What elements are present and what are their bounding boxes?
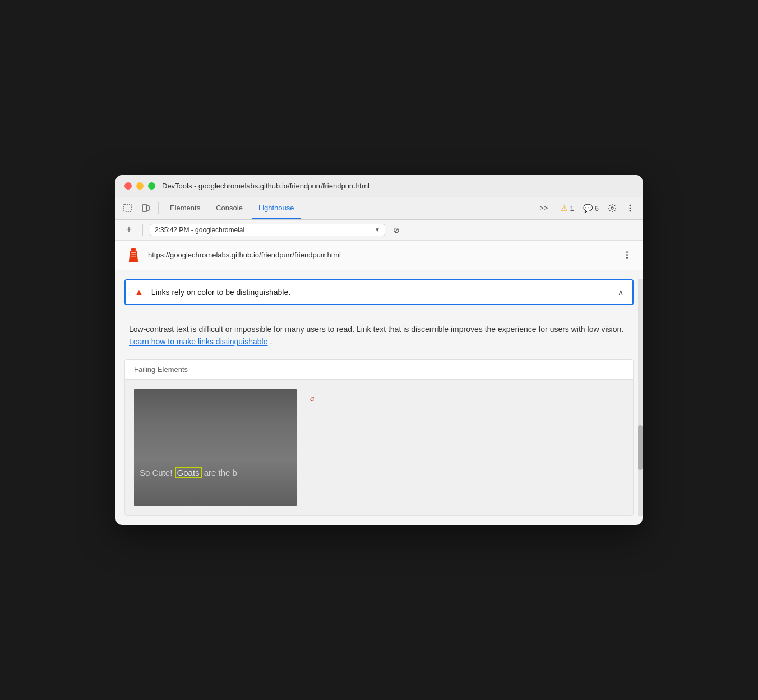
svg-rect-1 xyxy=(142,205,147,211)
svg-point-4 xyxy=(630,208,631,209)
audit-warning-icon: ▲ xyxy=(135,287,144,297)
url-input[interactable]: 2:35:42 PM - googlechromelal ▼ xyxy=(150,224,385,236)
more-options-button[interactable] xyxy=(620,248,634,262)
svg-point-5 xyxy=(630,210,631,212)
cancel-url-button[interactable]: ⊘ xyxy=(390,223,403,237)
title-bar: DevTools - googlechromelabs.github.io/fr… xyxy=(115,175,643,197)
learn-more-link[interactable]: Learn how to make links distinguishable xyxy=(129,337,267,346)
toolbar-right: >> ⚠ 1 💬 6 xyxy=(533,197,638,219)
lighthouse-logo-icon xyxy=(124,246,142,264)
svg-rect-11 xyxy=(129,261,138,262)
svg-rect-0 xyxy=(124,204,131,211)
warning-icon: ⚠ xyxy=(561,204,568,213)
url-bar-row: + 2:35:42 PM - googlechromelal ▼ ⊘ xyxy=(115,220,643,241)
comment-icon: 💬 xyxy=(583,204,593,213)
window-title: DevTools - googlechromelabs.github.io/fr… xyxy=(162,182,369,190)
audit-header[interactable]: ▲ Links rely on color to be distinguisha… xyxy=(126,280,632,304)
lighthouse-url-row: https://googlechromelabs.github.io/frien… xyxy=(115,241,643,270)
audit-title: Links rely on color to be distinguishabl… xyxy=(151,288,610,297)
warning-badge[interactable]: ⚠ 1 xyxy=(557,201,577,215)
add-tab-button[interactable]: + xyxy=(122,223,136,237)
screenshot-overlay-text: So Cute! Goats are the b xyxy=(140,467,237,478)
element-tag: a xyxy=(310,394,315,403)
screenshot-bg xyxy=(134,389,297,506)
scrollbar[interactable] xyxy=(638,279,643,517)
main-content: ▲ Links rely on color to be distinguisha… xyxy=(115,279,643,517)
minimize-button[interactable] xyxy=(136,182,144,190)
cursor-icon[interactable] xyxy=(120,200,136,216)
tab-console[interactable]: Console xyxy=(209,197,249,219)
svg-rect-6 xyxy=(131,248,136,251)
url-timestamp: 2:35:42 PM - googlechromelal xyxy=(155,226,371,234)
tab-lighthouse[interactable]: Lighthouse xyxy=(252,197,301,219)
url-divider xyxy=(142,224,143,236)
traffic-lights xyxy=(124,182,155,190)
screenshot-preview: So Cute! Goats are the b xyxy=(134,389,297,506)
failing-elements-body: So Cute! Goats are the b a xyxy=(125,380,633,515)
lighthouse-url: https://googlechromelabs.github.io/frien… xyxy=(148,251,614,259)
highlighted-element: Goats xyxy=(175,467,202,478)
chevron-up-icon: ∧ xyxy=(618,288,623,297)
devtools-toolbar: Elements Console Lighthouse >> ⚠ 1 💬 6 xyxy=(115,197,643,220)
kebab-menu-icon[interactable] xyxy=(622,200,638,216)
device-icon[interactable] xyxy=(138,200,154,216)
period: . xyxy=(270,337,272,346)
devtools-window: DevTools - googlechromelabs.github.io/fr… xyxy=(115,175,643,526)
comment-badge[interactable]: 💬 6 xyxy=(580,201,602,215)
dropdown-arrow-icon: ▼ xyxy=(375,227,380,233)
maximize-button[interactable] xyxy=(148,182,155,190)
svg-point-3 xyxy=(630,205,631,206)
settings-icon[interactable] xyxy=(604,200,620,216)
svg-rect-8 xyxy=(131,252,136,253)
failing-elements-header: Failing Elements xyxy=(125,360,633,380)
element-indicator: a xyxy=(306,389,319,408)
more-tabs-button[interactable]: >> xyxy=(533,197,554,219)
svg-rect-2 xyxy=(147,206,149,210)
failing-elements-section: Failing Elements So Cute! Goats are the … xyxy=(124,359,634,516)
svg-rect-10 xyxy=(131,256,136,257)
audit-description: Low-contrast text is difficult or imposs… xyxy=(115,314,643,360)
audit-item: ▲ Links rely on color to be distinguisha… xyxy=(124,279,634,305)
svg-rect-9 xyxy=(131,254,136,255)
tab-elements[interactable]: Elements xyxy=(163,197,207,219)
tab-divider xyxy=(158,202,159,214)
close-button[interactable] xyxy=(124,182,132,190)
scrollbar-thumb[interactable] xyxy=(638,425,643,470)
